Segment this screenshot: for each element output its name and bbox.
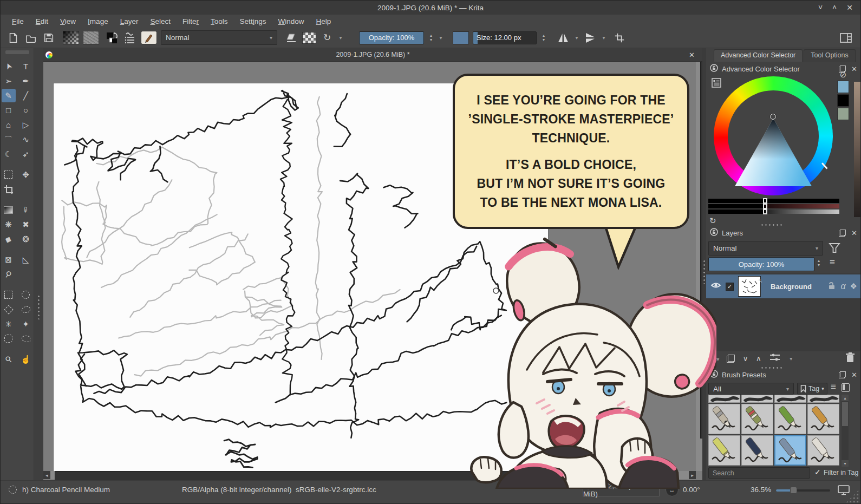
filter-in-tag-checkbox[interactable]: ✓ (814, 468, 821, 476)
layer-opacity-slider[interactable]: Opacity: 100% (708, 257, 814, 271)
layer-checkbox[interactable]: ✓ (726, 283, 734, 291)
opacity-dropdown-icon[interactable]: ▾ (438, 35, 443, 41)
open-document-button[interactable] (24, 31, 38, 45)
shade-strip-gray[interactable] (708, 210, 839, 214)
freehand-select-tool[interactable] (19, 303, 33, 316)
gradient-chooser[interactable] (63, 31, 79, 44)
select-shapes-tool[interactable]: ➤ (2, 60, 16, 73)
left-docker-splitter[interactable] (34, 48, 43, 480)
preset-scrollbar[interactable]: ▴ ▾ (842, 395, 849, 467)
color-history-swatch[interactable] (837, 81, 849, 93)
refresh-icon[interactable]: ↻ (709, 216, 716, 226)
brush-preset-item[interactable] (774, 395, 806, 403)
scroll-down-icon[interactable]: ▾ (842, 460, 849, 467)
trim-to-image-button[interactable] (612, 31, 627, 45)
new-document-button[interactable] (6, 31, 20, 45)
layer-row[interactable]: ✓ ↖ Background α ❖ (706, 274, 861, 298)
float-docker-icon[interactable] (839, 230, 846, 237)
delete-layer-button[interactable] (845, 352, 855, 365)
menu-tools[interactable]: Tools (205, 16, 234, 27)
layer-opacity-spinner[interactable]: ▴▾ (816, 259, 822, 267)
layer-properties-button[interactable] (769, 352, 781, 364)
reference-images-tool[interactable]: ⚲ (2, 267, 16, 281)
layer-alpha-icon[interactable]: α (840, 282, 845, 291)
shade-strip-red[interactable] (708, 204, 839, 208)
size-spinner[interactable]: ▴▾ (540, 34, 547, 42)
ellipse-tool[interactable]: ○ (19, 103, 33, 117)
freehand-brush-tool[interactable]: ✎ (2, 89, 16, 102)
color-history-swatch[interactable] (837, 94, 849, 107)
mirror-vertical-button[interactable] (583, 31, 597, 45)
calligraphy-tool[interactable]: ✒ (19, 74, 33, 88)
close-icon[interactable]: ✕ (846, 3, 853, 12)
layer-blend-mode-select[interactable]: Normal ▾ (708, 241, 823, 256)
color-selector-settings-icon[interactable] (712, 78, 721, 90)
menu-settings[interactable]: Settings (234, 16, 272, 27)
toolbox-drag-handle[interactable] (5, 50, 29, 54)
foreground-background-colors[interactable] (105, 31, 119, 45)
duplicate-layer-button[interactable] (727, 355, 735, 363)
document-tab-title[interactable]: 2009-1.JPG (20.6 MiB) * (43, 51, 702, 58)
similar-color-select-tool[interactable]: ✦ (19, 317, 33, 331)
layer-options-icon[interactable]: ≡ (830, 257, 835, 268)
opacity-spinner[interactable]: ▴▾ (428, 34, 434, 42)
current-brush-name[interactable]: h) Charcoal Pencil Medium (22, 486, 110, 494)
zoom-slider[interactable] (776, 489, 830, 492)
save-button[interactable] (42, 31, 56, 45)
docker-resize-handle[interactable] (760, 224, 784, 226)
freehand-path-tool[interactable]: ∿ (19, 133, 33, 146)
layer-lock-icon[interactable] (827, 281, 836, 292)
opacity-slider[interactable]: Opacity: 100% (359, 31, 424, 44)
add-layer-dropdown-icon[interactable]: ▾ (716, 356, 719, 362)
choose-workspace-button[interactable] (839, 31, 853, 45)
fit-to-screen-icon[interactable] (837, 484, 850, 498)
rect-select-tool[interactable] (2, 288, 16, 302)
dynamic-brush-tool[interactable]: ☾ (2, 147, 16, 161)
ellipse-select-tool[interactable] (19, 288, 33, 302)
fill-tool[interactable]: ◆ (2, 232, 16, 246)
menu-image[interactable]: Image (82, 16, 114, 27)
mirror-horizontal-dropdown-icon[interactable]: ▾ (574, 35, 579, 41)
menu-window[interactable]: Window (272, 16, 310, 27)
bezier-curve-tool[interactable]: ⌒ (2, 133, 16, 146)
properties-dropdown-icon[interactable]: ▾ (788, 356, 794, 362)
document-close-icon[interactable]: ✕ (689, 51, 695, 59)
reload-dropdown-icon[interactable]: ▾ (338, 35, 343, 41)
preserve-alpha-button[interactable] (302, 32, 316, 44)
polyline-tool[interactable]: ▷ (19, 118, 33, 132)
reload-preset-button[interactable]: ↻ (320, 31, 334, 45)
eraser-mode-button[interactable] (284, 31, 298, 45)
scroll-up-icon[interactable]: ▴ (842, 395, 849, 401)
layer-name[interactable]: Background (771, 283, 812, 291)
enclose-fill-tool[interactable]: ❂ (19, 232, 33, 246)
color-history-swatch[interactable] (837, 108, 849, 120)
shade-strip-value[interactable] (708, 199, 839, 203)
pan-tool[interactable]: ☝ (19, 352, 33, 366)
edit-brush-settings-button[interactable] (141, 31, 157, 44)
tab-advanced-color-selector[interactable]: Advanced Color Selector (714, 49, 803, 62)
move-tool[interactable]: ✥ (19, 168, 33, 181)
brush-preset-item[interactable] (741, 395, 773, 403)
polygon-select-tool[interactable] (2, 303, 16, 316)
scroll-left-icon[interactable]: ◂ (43, 471, 50, 479)
close-docker-icon[interactable]: ✕ (851, 229, 857, 237)
menu-layer[interactable]: Layer (114, 16, 145, 27)
brush-option-slider-icon[interactable] (123, 31, 137, 45)
brush-preset-item[interactable] (774, 435, 806, 466)
shade-selector-strip[interactable] (854, 82, 861, 217)
brush-preset-item[interactable] (807, 395, 839, 403)
blend-mode-select[interactable]: Normal ▾ (161, 30, 277, 45)
mirror-horizontal-button[interactable] (556, 31, 570, 45)
close-docker-icon[interactable]: ✕ (851, 65, 857, 73)
measure-tool[interactable]: ◺ (19, 253, 33, 266)
line-tool[interactable]: ╱ (19, 89, 33, 102)
crop-tool[interactable] (2, 182, 16, 196)
move-layer-up-button[interactable]: ∧ (756, 354, 761, 363)
hue-marker[interactable] (770, 114, 776, 120)
preset-view-mode-icon[interactable] (842, 383, 850, 392)
brush-preset-item[interactable] (807, 435, 839, 466)
no-color-icon[interactable]: ⊘ (840, 70, 847, 80)
menu-filter[interactable]: Filter (177, 16, 205, 27)
polygon-tool[interactable]: ⌂ (2, 118, 16, 132)
text-tool[interactable]: T (19, 60, 33, 73)
